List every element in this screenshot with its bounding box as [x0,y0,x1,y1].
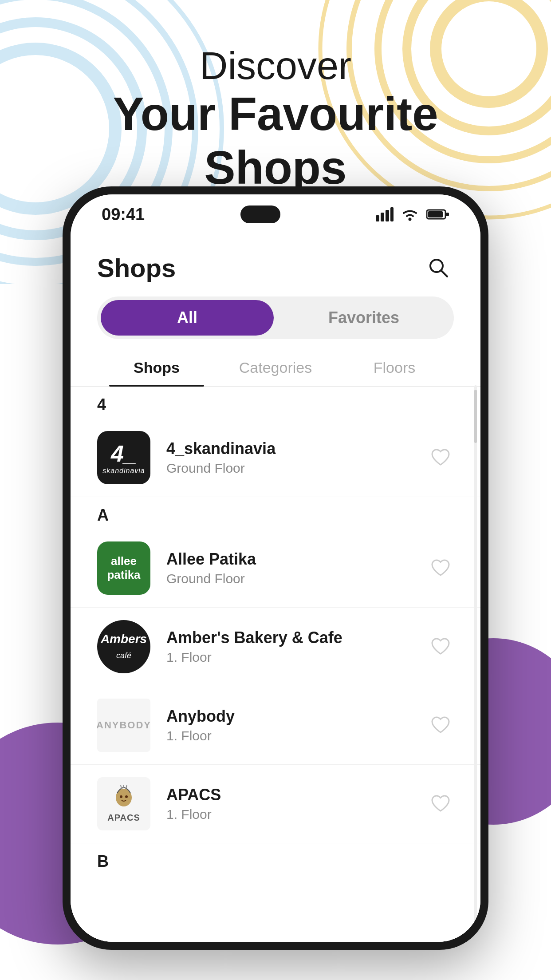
phone-inner: 09:41 [71,194,480,942]
favorites-toggle-button[interactable]: Favorites [277,300,450,336]
filter-toggle-group: All Favorites [97,296,454,339]
heart-icon [431,716,450,734]
shop-floor: Ground Floor [166,571,411,586]
tab-categories[interactable]: Categories [216,348,335,386]
list-item[interactable]: Amberscafé Amber's Bakery & Cafe 1. Floo… [71,608,480,686]
scrollbar-track [474,385,477,942]
svg-rect-13 [390,207,394,221]
wifi-icon [401,207,419,221]
svg-rect-11 [381,213,384,221]
hero-line1: Discover [0,44,551,87]
shop-name: Amber's Bakery & Cafe [166,628,411,647]
section-header-4: 4 [71,387,480,419]
hero-section: Discover Your Favourite Shops [0,44,551,194]
svg-point-22 [125,795,128,798]
shop-logo-ambers: Amberscafé [97,620,150,673]
camera-notch [240,205,280,223]
list-item[interactable]: ANYBODY Anybody 1. Floor [71,686,480,765]
svg-rect-17 [446,213,449,216]
svg-rect-10 [376,215,379,221]
shop-floor: Ground Floor [166,461,411,476]
heart-icon [431,449,450,466]
heart-icon [431,638,450,656]
app-header: Shops [71,234,480,292]
shop-logo-allee-patika: alleepatika [97,541,150,595]
svg-point-21 [120,795,122,798]
shop-info-ambers: Amber's Bakery & Cafe 1. Floor [166,628,411,665]
shop-info-apacs: APACS 1. Floor [166,786,411,822]
tab-shops[interactable]: Shops [97,348,216,386]
shop-info-allee-patika: Allee Patika Ground Floor [166,550,411,586]
list-item[interactable]: alleepatika Allee Patika Ground Floor [71,529,480,608]
sub-tabs: Shops Categories Floors [71,348,480,387]
svg-line-19 [441,270,447,277]
svg-rect-12 [386,210,389,221]
section-header-a: A [71,497,480,529]
shop-name: 4_skandinavia [166,439,411,458]
shop-name: APACS [166,786,411,804]
favorite-button-anybody[interactable] [427,712,454,739]
shop-list: 4 4_ skandinavia 4_skandinavia Ground Fl… [71,387,480,942]
shop-logo-anybody: ANYBODY [97,699,150,752]
all-toggle-button[interactable]: All [101,300,274,336]
favorite-button-apacs[interactable] [427,790,454,817]
shop-logo-apacs: APACS [97,777,150,830]
svg-rect-16 [428,211,443,217]
shop-logo-4skandinavia: 4_ skandinavia [97,431,150,484]
battery-icon [426,208,449,221]
search-button[interactable] [423,252,454,283]
tab-floors[interactable]: Floors [335,348,454,386]
svg-point-14 [408,218,411,221]
shop-floor: 1. Floor [166,728,411,743]
hero-line2: Your Favourite [0,87,551,141]
shop-floor: 1. Floor [166,650,411,665]
heart-icon [431,795,450,813]
shop-floor: 1. Floor [166,807,411,822]
list-item[interactable]: APACS APACS 1. Floor [71,765,480,843]
shop-info-anybody: Anybody 1. Floor [166,707,411,743]
section-header-b: B [71,843,480,875]
phone-outer: 09:41 [63,186,488,950]
favorite-button-allee-patika[interactable] [427,555,454,581]
list-item[interactable]: 4_ skandinavia 4_skandinavia Ground Floo… [71,419,480,497]
apacs-logo-svg [108,785,139,812]
status-icons [376,207,449,221]
status-bar: 09:41 [71,194,480,234]
scrollbar-thumb[interactable] [474,390,477,443]
shop-info-4skandinavia: 4_skandinavia Ground Floor [166,439,411,476]
search-icon [427,256,450,279]
favorite-button-4skandinavia[interactable] [427,444,454,471]
shop-name: Anybody [166,707,411,726]
shop-name: Allee Patika [166,550,411,569]
favorite-button-ambers[interactable] [427,633,454,660]
page-title: Shops [97,253,176,283]
heart-icon [431,559,450,577]
status-time: 09:41 [102,205,145,224]
phone-mockup: 09:41 [63,186,488,950]
app-content: Shops All Favorites Sho [71,234,480,942]
signal-icon [376,207,394,221]
